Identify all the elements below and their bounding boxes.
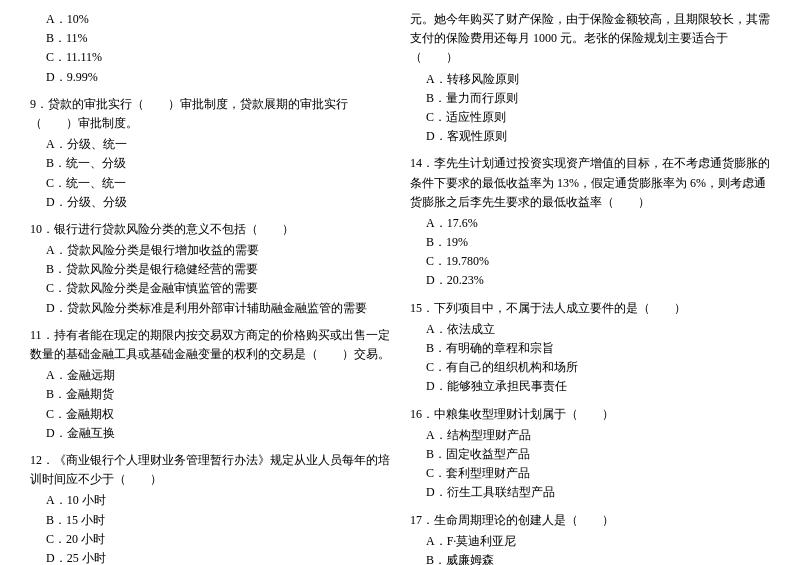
q11-option-a: A．金融远期 <box>30 366 390 385</box>
q12-option-a: A．10 小时 <box>30 491 390 510</box>
q16-option-d: D．衍生工具联结型产品 <box>410 483 770 502</box>
question-9-text: 9．贷款的审批实行（ ）审批制度，贷款展期的审批实行（ ）审批制度。 <box>30 95 390 133</box>
question-13-cont-text: 元。她今年购买了财产保险，由于保险金额较高，且期限较长，其需支付的保险费用还每月… <box>410 10 770 68</box>
q14-option-a: A．17.6% <box>410 214 770 233</box>
question-16: 16．中粮集收型理财计划属于（ ） A．结构型理财产品 B．固定收益型产品 C．… <box>410 405 770 503</box>
q9-option-c: C．统一、统一 <box>30 174 390 193</box>
option-d: D．9.99% <box>30 68 390 87</box>
q14-option-b: B．19% <box>410 233 770 252</box>
question-16-text: 16．中粮集收型理财计划属于（ ） <box>410 405 770 424</box>
question-17-text: 17．生命周期理论的创建人是（ ） <box>410 511 770 530</box>
question-10-text: 10．银行进行贷款风险分类的意义不包括（ ） <box>30 220 390 239</box>
question-15: 15．下列项目中，不属于法人成立要件的是（ ） A．依法成立 B．有明确的章程和… <box>410 299 770 397</box>
q17-option-b: B．威廉姆森 <box>410 551 770 565</box>
q15-option-a: A．依法成立 <box>410 320 770 339</box>
question-10: 10．银行进行贷款风险分类的意义不包括（ ） A．贷款风险分类是银行增加收益的需… <box>30 220 390 318</box>
q17-option-a: A．F·莫迪利亚尼 <box>410 532 770 551</box>
q13-option-b: B．量力而行原则 <box>410 89 770 108</box>
question-14-text: 14．李先生计划通过投资实现资产增值的目标，在不考虑通货膨胀的条件下要求的最低收… <box>410 154 770 212</box>
q9-option-d: D．分级、分级 <box>30 193 390 212</box>
q12-option-b: B．15 小时 <box>30 511 390 530</box>
q12-option-d: D．25 小时 <box>30 549 390 565</box>
q10-option-b: B．贷款风险分类是银行稳健经营的需要 <box>30 260 390 279</box>
question-12-text: 12．《商业银行个人理财业务管理暂行办法》规定从业人员每年的培训时间应不少于（ … <box>30 451 390 489</box>
q14-option-c: C．19.780% <box>410 252 770 271</box>
q15-option-b: B．有明确的章程和宗旨 <box>410 339 770 358</box>
q10-option-a: A．贷款风险分类是银行增加收益的需要 <box>30 241 390 260</box>
q10-option-d: D．贷款风险分类标准是利用外部审计辅助融金融监管的需要 <box>30 299 390 318</box>
q14-option-d: D．20.23% <box>410 271 770 290</box>
q15-option-d: D．能够独立承担民事责任 <box>410 377 770 396</box>
q12-option-c: C．20 小时 <box>30 530 390 549</box>
q13-option-c: C．适应性原则 <box>410 108 770 127</box>
q13-option-a: A．转移风险原则 <box>410 70 770 89</box>
option-b: B．11% <box>30 29 390 48</box>
two-column-layout: A．10% B．11% C．11.11% D．9.99% 9．贷款的审批实行（ … <box>30 10 770 565</box>
question-12: 12．《商业银行个人理财业务管理暂行办法》规定从业人员每年的培训时间应不少于（ … <box>30 451 390 565</box>
q16-option-a: A．结构型理财产品 <box>410 426 770 445</box>
q16-option-b: B．固定收益型产品 <box>410 445 770 464</box>
right-column: 元。她今年购买了财产保险，由于保险金额较高，且期限较长，其需支付的保险费用还每月… <box>410 10 770 565</box>
question-15-text: 15．下列项目中，不属于法人成立要件的是（ ） <box>410 299 770 318</box>
q13-option-d: D．客观性原则 <box>410 127 770 146</box>
left-column: A．10% B．11% C．11.11% D．9.99% 9．贷款的审批实行（ … <box>30 10 390 565</box>
question-17: 17．生命周期理论的创建人是（ ） A．F·莫迪利亚尼 B．威廉姆森 C．劳伦斯… <box>410 511 770 566</box>
q11-option-b: B．金融期货 <box>30 385 390 404</box>
q15-option-c: C．有自己的组织机构和场所 <box>410 358 770 377</box>
question-11-text: 11．持有者能在现定的期限内按交易双方商定的价格购买或出售一定数量的基础金融工具… <box>30 326 390 364</box>
question-11: 11．持有者能在现定的期限内按交易双方商定的价格购买或出售一定数量的基础金融工具… <box>30 326 390 443</box>
q9-option-a: A．分级、统一 <box>30 135 390 154</box>
q11-option-d: D．金融互换 <box>30 424 390 443</box>
question-prev-options: A．10% B．11% C．11.11% D．9.99% <box>30 10 390 87</box>
q9-option-b: B．统一、分级 <box>30 154 390 173</box>
q10-option-c: C．贷款风险分类是金融审慎监管的需要 <box>30 279 390 298</box>
q11-option-c: C．金融期权 <box>30 405 390 424</box>
question-14: 14．李先生计划通过投资实现资产增值的目标，在不考虑通货膨胀的条件下要求的最低收… <box>410 154 770 290</box>
question-13-cont: 元。她今年购买了财产保险，由于保险金额较高，且期限较长，其需支付的保险费用还每月… <box>410 10 770 146</box>
option-a: A．10% <box>30 10 390 29</box>
q16-option-c: C．套利型理财产品 <box>410 464 770 483</box>
question-9: 9．贷款的审批实行（ ）审批制度，贷款展期的审批实行（ ）审批制度。 A．分级、… <box>30 95 390 212</box>
page-container: A．10% B．11% C．11.11% D．9.99% 9．贷款的审批实行（ … <box>30 10 770 565</box>
option-c: C．11.11% <box>30 48 390 67</box>
